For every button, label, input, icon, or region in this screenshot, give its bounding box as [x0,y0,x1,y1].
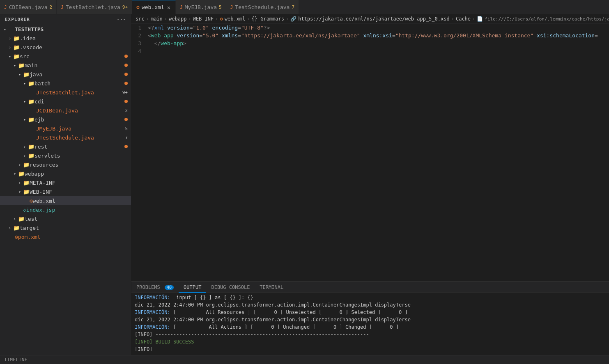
breadcrumb-webxml[interactable]: web.xml [225,16,246,22]
item-label: test [25,216,131,222]
folder-icon: 📁 [13,53,20,60]
item-label: resources [30,162,131,168]
line-number: 1 [131,24,148,32]
folder-icon: 📁 [23,71,30,78]
java-file-icon: J [36,126,39,132]
tab-close-button[interactable]: ✕ [166,4,171,11]
modified-dot [124,64,128,67]
item-label: index.jsp [26,207,131,213]
panel-line: [INFO] ---------------------------------… [135,331,606,338]
breadcrumb-src[interactable]: src [136,16,145,22]
bottom-panel: PROBLEMS 40 OUTPUT DEBUG CONSOLE TERMINA… [131,281,609,355]
folder-icon: 📁 [23,162,30,168]
folder-icon: 📁 [18,62,25,69]
tab-CDIBean[interactable]: J CDIBean.java 2 [0,0,57,14]
breadcrumb-main[interactable]: main [151,16,163,22]
sidebar-item-TestBatchlet[interactable]: J TestBatchlet.java 9+ [0,88,131,97]
expand-arrow: › [21,153,28,158]
explorer-title: EXPLORER [5,17,30,22]
panel-tabs: PROBLEMS 40 OUTPUT DEBUG CONSOLE TERMINA… [131,282,609,293]
sidebar-item-cdi[interactable]: ▾ 📁 cdi [0,97,131,106]
panel-line: dic 21, 2022 2:47:00 PM org.eclipse.tran… [135,301,606,309]
sidebar-menu-button[interactable]: ··· [117,17,126,22]
tab-bar: J CDIBean.java 2 J TestBatchlet.java 9+ … [0,0,609,14]
panel-content: INFORMACIÓN: input [ {} ] as [ {} ]: {} … [131,293,609,355]
expand-arrow: ▾ [21,81,28,86]
tab-webxml[interactable]: ⚙ web.xml ✕ [132,0,176,14]
sidebar-item-indexjsp[interactable]: ◇ index.jsp [0,205,131,214]
main-area: EXPLORER ··· ▾ TESTHTTPS › 📁 .idea › 📁 .… [0,14,609,355]
sidebar-item-root[interactable]: ▾ TESTHTTPS [0,25,131,34]
link-icon: 🔗 [290,16,296,22]
expand-arrow: › [16,163,23,167]
expand-arrow: › [21,144,28,149]
folder-icon: 📁 [28,153,34,159]
java-file-icon: J [4,5,7,10]
java-file-icon: J [61,5,64,10]
sidebar-item-resources[interactable]: › 📁 resources [0,160,131,169]
editor-line-1: 1 <?xml version="1.0" encoding="UTF-8"?> [131,24,609,32]
expand-arrow: ▾ [21,117,28,122]
item-label: main [25,62,124,69]
sidebar-item-webapp[interactable]: ▾ 📁 webapp [0,169,131,178]
sidebar-item-servlets[interactable]: › 📁 servlets [0,151,131,160]
sidebar-item-WEB-INF[interactable]: ▾ 📁 WEB-INF [0,187,131,196]
tab-TestBatchlet[interactable]: J TestBatchlet.java 9+ [57,0,132,14]
sidebar-item-rest[interactable]: › 📁 rest [0,142,131,151]
tab-debug-console[interactable]: DEBUG CONSOLE [206,282,255,293]
expand-arrow: › [16,181,23,185]
breadcrumb-webinf[interactable]: WEB-INF [193,16,214,22]
tab-badge: 9+ [122,5,128,10]
line-content: <web-app version="5.0" xmlns="https://ja… [148,32,609,39]
tab-output[interactable]: OUTPUT [179,282,206,293]
tab-MyEJB[interactable]: J MyEJB.java 5 [176,0,226,14]
panel-line: INFORMACIÓN: [ All Actions ] [ 0 ] Uncha… [135,323,606,331]
expand-arrow: ▾ [21,99,28,104]
folder-icon: 📁 [28,144,34,150]
expand-arrow: › [11,217,18,221]
editor-line-4: 4 [131,47,609,55]
sidebar-item-ejb[interactable]: ▾ 📁 ejb [0,115,131,124]
xml-file-icon: ⚙ [136,4,140,10]
sidebar-item-META-INF[interactable]: › 📁 META-INF [0,178,131,187]
sidebar-item-main[interactable]: ▾ 📁 main [0,61,131,70]
sidebar-item-TestSchedule[interactable]: J TestSchedule.java 7 [0,133,131,142]
output-label: OUTPUT [184,284,201,290]
item-label: src [20,53,124,60]
sidebar-item-java[interactable]: ▾ 📁 java [0,70,131,79]
breadcrumb-cache[interactable]: Cache [456,16,471,22]
breadcrumb-webapp[interactable]: webapp [169,16,186,22]
folder-icon: 📁 [23,189,30,195]
breadcrumb-grammars[interactable]: {} Grammars [252,16,284,22]
sidebar-item-pomxml[interactable]: ⚙ pom.xml [0,232,131,241]
tab-badge: 5 [219,5,222,10]
sidebar-item-CDIBean[interactable]: J CDIBean.java 2 [0,106,131,115]
tab-terminal[interactable]: TERMINAL [255,282,288,293]
breadcrumb-xsd[interactable]: https://jakarta.ee/xml/ns/jakartaee/web-… [298,16,449,22]
sidebar-item-webxml[interactable]: ⚙ web.xml [0,196,131,205]
expand-arrow: ▾ [16,190,23,194]
panel-line: [INFO] [135,346,606,353]
tab-problems[interactable]: PROBLEMS 40 [131,282,179,293]
tab-TestSchedule[interactable]: J TestSchedule.java 7 [226,0,299,14]
xml-breadcrumb-icon: ⚙ [220,16,223,22]
tab-badge: 7 [292,5,294,10]
folder-icon: 📁 [13,44,20,50]
sidebar-item-target[interactable]: › 📁 target [0,223,131,232]
sidebar-item-idea[interactable]: › 📁 .idea [0,34,131,43]
sidebar-item-test[interactable]: › 📁 test [0,214,131,223]
problems-badge: 40 [165,285,174,290]
sidebar-item-batch[interactable]: ▾ 📁 batch [0,79,131,88]
tab-badge: 2 [50,5,53,10]
breadcrumb-filepath[interactable]: file:///C:/Users/alfon/.lemminx/cache/ht… [485,16,609,22]
sidebar-item-src[interactable]: ▾ 📁 src [0,52,131,61]
tab-label: CDIBean.java [9,4,48,10]
expand-arrow: › [7,36,13,41]
sidebar-item-vscode[interactable]: › 📁 .vscode [0,43,131,52]
editor[interactable]: 1 <?xml version="1.0" encoding="UTF-8"?>… [131,24,609,281]
line-content: </web-app> [148,39,609,47]
expand-arrow: › [7,226,13,230]
item-label: .idea [20,35,131,41]
sidebar-item-MyEJB[interactable]: J MyEJB.java 5 [0,124,131,133]
tab-label: web.xml [142,4,164,10]
